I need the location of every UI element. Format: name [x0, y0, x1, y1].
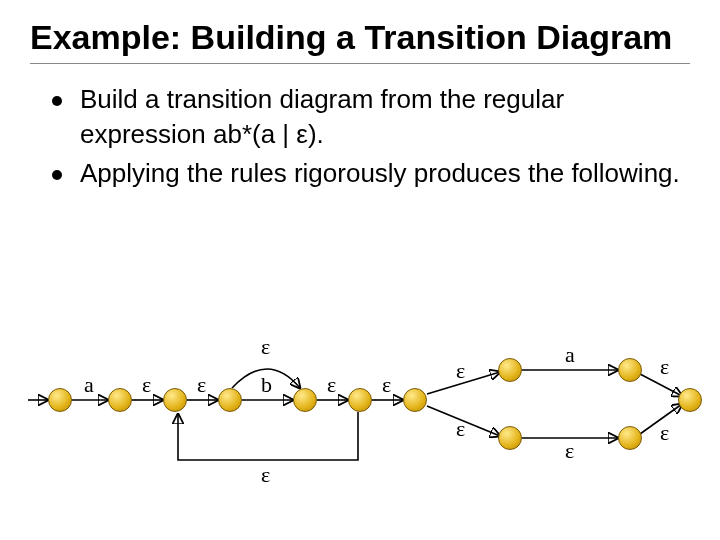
state-node	[108, 388, 132, 412]
state-node	[293, 388, 317, 412]
state-node	[498, 426, 522, 450]
bullet-item: Build a transition diagram from the regu…	[52, 82, 690, 152]
edge-label-eps: ε	[565, 438, 574, 464]
bullet-item: Applying the rules rigorously produces t…	[52, 156, 690, 191]
edge-label-eps: ε	[660, 354, 669, 380]
edge-label-eps: ε	[327, 372, 336, 398]
bullet-list: Build a transition diagram from the regu…	[52, 82, 690, 191]
state-node	[403, 388, 427, 412]
title-underline	[30, 63, 690, 64]
edge-label-eps: ε	[197, 372, 206, 398]
edge-label-eps: ε	[456, 416, 465, 442]
edge-label-eps: ε	[382, 372, 391, 398]
state-node	[498, 358, 522, 382]
transition-diagram: a ε ε b ε ε ε ε ε ε a ε ε ε	[0, 310, 720, 510]
state-node	[163, 388, 187, 412]
edge-label-b: b	[261, 372, 272, 398]
slide-title: Example: Building a Transition Diagram	[30, 18, 690, 57]
edge-label-eps: ε	[261, 462, 270, 488]
state-node	[348, 388, 372, 412]
edge-label-eps: ε	[456, 358, 465, 384]
edge-label-a: a	[565, 342, 575, 368]
edge-label-eps: ε	[142, 372, 151, 398]
state-node	[618, 358, 642, 382]
edge-label-a: a	[84, 372, 94, 398]
state-node	[678, 388, 702, 412]
edge-label-eps: ε	[660, 420, 669, 446]
edge-label-eps: ε	[261, 334, 270, 360]
state-node	[218, 388, 242, 412]
state-node	[618, 426, 642, 450]
state-node	[48, 388, 72, 412]
